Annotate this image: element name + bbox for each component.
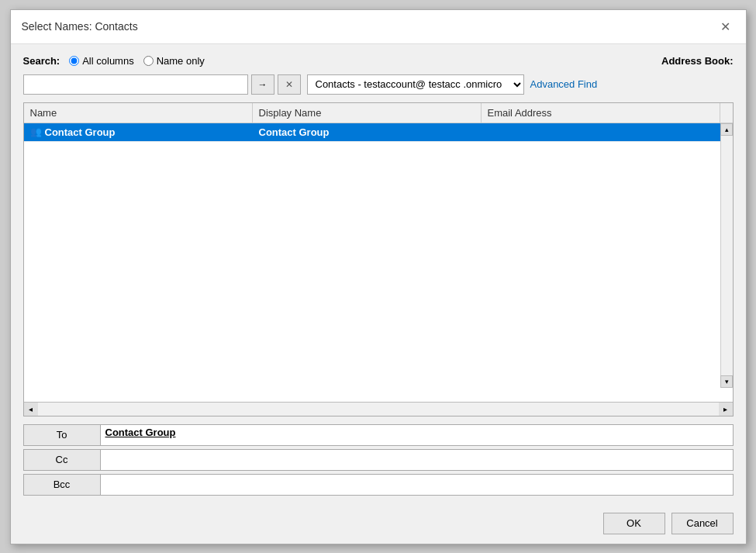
- bcc-input[interactable]: [101, 474, 734, 496]
- column-header-display-name: Display Name: [253, 103, 482, 123]
- radio-all-columns-label: All columns: [82, 55, 133, 67]
- cc-input[interactable]: [101, 449, 734, 471]
- horizontal-scrollbar: ◂ ▸: [24, 402, 733, 416]
- radio-group: All columns Name only: [69, 55, 205, 67]
- recipients-section: To Contact Group Cc Bcc: [23, 424, 734, 496]
- select-names-dialog: Select Names: Contacts ✕ Search: All col…: [10, 9, 747, 544]
- dialog-title: Select Names: Contacts: [22, 20, 138, 33]
- column-header-name: Name: [24, 103, 253, 123]
- search-input[interactable]: [23, 74, 248, 95]
- cell-display-name: Contact Group: [253, 123, 482, 141]
- to-value: Contact Group: [105, 427, 176, 438]
- scroll-up-button[interactable]: ▴: [720, 123, 733, 136]
- to-input[interactable]: Contact Group: [101, 424, 734, 446]
- radio-name-only-label: Name only: [157, 55, 205, 67]
- vertical-scrollbar[interactable]: ▴ ▾: [720, 123, 733, 388]
- scroll-header-spacer: [720, 103, 733, 123]
- radio-name-only[interactable]: Name only: [143, 55, 205, 67]
- radio-name-only-input[interactable]: [143, 56, 154, 66]
- cell-name-text: Contact Group: [45, 126, 116, 138]
- cancel-button[interactable]: Cancel: [671, 513, 734, 534]
- dialog-content: Search: All columns Name only Address Bo…: [11, 44, 746, 506]
- to-button[interactable]: To: [23, 424, 101, 446]
- search-go-button[interactable]: →: [251, 74, 274, 95]
- cell-email: [482, 129, 733, 135]
- contact-group-icon: 👥: [30, 126, 42, 137]
- cc-button[interactable]: Cc: [23, 449, 101, 471]
- search-input-row: → ✕: [23, 74, 301, 95]
- title-bar: Select Names: Contacts ✕: [11, 10, 746, 44]
- radio-all-columns-input[interactable]: [69, 56, 79, 66]
- scroll-left-button[interactable]: ◂: [24, 402, 38, 416]
- table-body: 👥 Contact Group Contact Group ▴ ▾: [24, 123, 733, 402]
- bcc-button[interactable]: Bcc: [23, 474, 101, 496]
- ok-button[interactable]: OK: [603, 513, 665, 534]
- scroll-down-button[interactable]: ▾: [720, 375, 733, 388]
- contacts-table: Name Display Name Email Address 👥 Contac…: [23, 102, 734, 416]
- address-book-select[interactable]: Contacts - testaccount@ testacc .onmicro: [307, 74, 524, 95]
- address-book-section: Address Book:: [661, 55, 733, 67]
- scroll-track-horizontal: [38, 403, 719, 416]
- address-book-label: Address Book:: [661, 55, 733, 67]
- search-input-address-select-row: → ✕ Contacts - testaccount@ testacc .onm…: [23, 74, 734, 95]
- scroll-right-button[interactable]: ▸: [719, 402, 733, 416]
- radio-all-columns[interactable]: All columns: [69, 55, 133, 67]
- close-button[interactable]: ✕: [716, 18, 735, 36]
- advanced-find-link[interactable]: Advanced Find: [530, 78, 598, 90]
- column-header-email: Email Address: [482, 103, 720, 123]
- table-header: Name Display Name Email Address: [24, 103, 733, 123]
- bcc-row: Bcc: [23, 474, 734, 496]
- search-clear-button[interactable]: ✕: [278, 74, 301, 95]
- to-row: To Contact Group: [23, 424, 734, 446]
- table-row[interactable]: 👥 Contact Group Contact Group: [24, 123, 733, 142]
- search-address-row: Search: All columns Name only Address Bo…: [23, 55, 734, 67]
- cc-row: Cc: [23, 449, 734, 471]
- dialog-footer: OK Cancel: [11, 506, 746, 544]
- search-label: Search:: [23, 55, 60, 67]
- cell-name: 👥 Contact Group: [24, 123, 253, 141]
